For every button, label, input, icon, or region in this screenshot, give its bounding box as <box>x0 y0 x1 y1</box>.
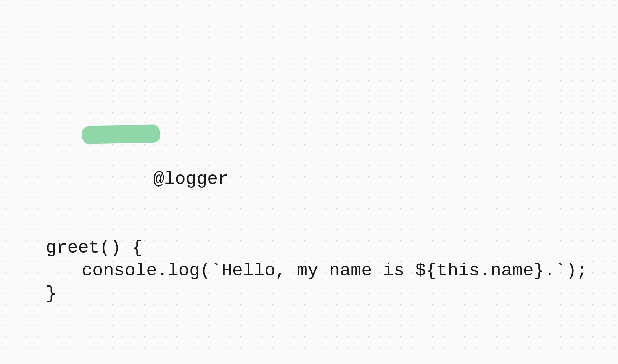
code-line-body: console.log(`Hello, my name is ${this.na… <box>46 259 587 282</box>
code-line-decorator: @logger <box>46 99 587 237</box>
highlighted-decorator: @logger <box>89 122 229 214</box>
highlight-mark <box>82 124 160 144</box>
code-block: @logger greet() { console.log(`Hello, my… <box>46 99 587 305</box>
code-line-function-signature: greet() { <box>46 237 587 259</box>
code-line-close-brace: } <box>46 282 587 305</box>
decorator-text: @logger <box>153 169 229 189</box>
